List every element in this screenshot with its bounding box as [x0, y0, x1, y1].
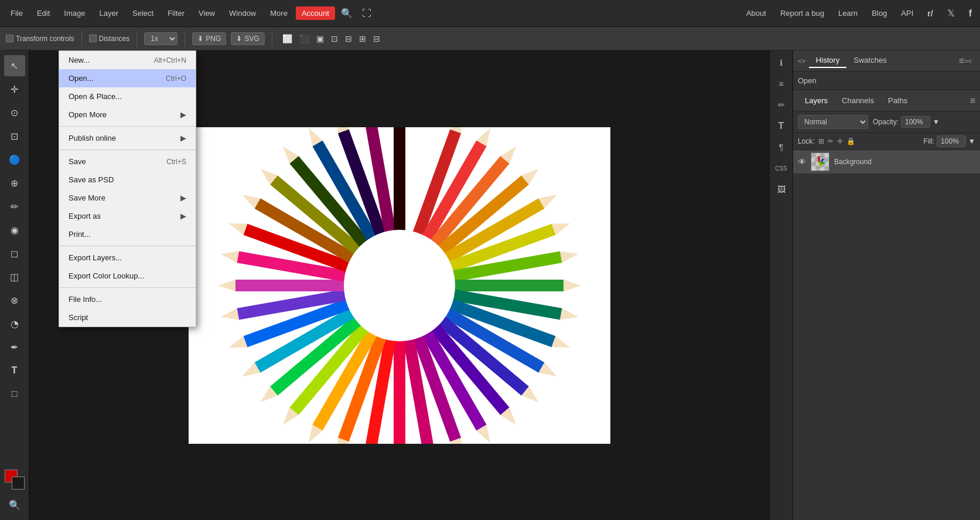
color-swatches[interactable] [5, 470, 25, 490]
menu-item-open[interactable]: Open... Ctrl+O [59, 69, 196, 87]
tool-brush[interactable]: ✏ [4, 196, 25, 217]
distribute-icon[interactable]: ⊟ [370, 32, 383, 45]
search-icon[interactable]: 🔍 [337, 5, 356, 21]
layers-panel-menu-icon[interactable]: ≡ [970, 96, 975, 106]
menu-item-script-label: Script [69, 313, 88, 322]
menu-blog[interactable]: Blog [868, 6, 890, 20]
tool-move[interactable]: ✛ [4, 79, 25, 100]
menu-item-export-color-lookup[interactable]: Export Color Lookup... [59, 267, 196, 285]
tool-zoom[interactable]: 🔍 [4, 494, 25, 515]
tool-gradient[interactable]: ◫ [4, 266, 25, 287]
tool-blur[interactable]: ⊗ [4, 290, 25, 311]
align-center-h-icon[interactable]: ⊟ [342, 32, 355, 45]
fill-input[interactable] [937, 135, 966, 147]
svg-export-btn[interactable]: ⬇ SVG [231, 32, 264, 45]
fullscreen-icon[interactable]: ⛶ [358, 6, 375, 21]
lock-pixels-icon[interactable]: ⊞ [818, 137, 824, 145]
paths-tab[interactable]: Paths [881, 94, 914, 107]
facebook-icon[interactable]: f [965, 6, 975, 21]
tool-clone[interactable]: ◉ [4, 219, 25, 240]
background-color[interactable] [12, 477, 25, 490]
menu-item-new[interactable]: New... Alt+Ctrl+N [59, 51, 196, 69]
menu-filter[interactable]: Filter [162, 6, 190, 20]
left-sidebar: ↖ ✛ ⊙ ⊡ 🔵 ⊕ ✏ ◉ ◻ ◫ ⊗ ◔ ✒ T □ 🔍 [0, 50, 29, 520]
menu-file[interactable]: File [5, 6, 29, 20]
tool-eraser[interactable]: ◻ [4, 243, 25, 264]
menu-select[interactable]: Select [127, 6, 159, 20]
tool-shape[interactable]: □ [4, 383, 25, 405]
lock-paint-icon[interactable]: ✏ [828, 137, 834, 145]
toolbar-separator-4 [272, 31, 272, 46]
brush-panel-icon[interactable]: ✏ [773, 96, 790, 114]
menu-item-save-psd[interactable]: Save as PSD [59, 171, 196, 189]
history-panel-collapse-btn[interactable]: <> [798, 57, 805, 64]
menu-item-save[interactable]: Save Ctrl+S [59, 152, 196, 171]
tool-healing[interactable]: ⊕ [4, 172, 25, 193]
menu-more[interactable]: More [264, 6, 293, 20]
zoom-select[interactable]: 1x 2x 0.5x [144, 32, 177, 45]
paragraph-panel-icon[interactable]: ¶ [773, 138, 790, 156]
channels-tab[interactable]: Channels [835, 94, 881, 107]
layers-panel-header: Layers Channels Paths ≡ [793, 90, 980, 111]
info-panel-icon[interactable]: ℹ [773, 54, 790, 72]
align-left-icon[interactable]: ⬜ [279, 32, 295, 45]
menu-layer[interactable]: Layer [94, 6, 125, 20]
lock-move-icon[interactable]: ✛ [837, 137, 843, 145]
text-panel-icon[interactable]: T [773, 117, 790, 135]
menu-item-save-more[interactable]: Save More ▶ [59, 189, 196, 207]
tool-pen[interactable]: ✒ [4, 337, 25, 358]
tool-dodge[interactable]: ◔ [4, 313, 25, 334]
layers-tab[interactable]: Layers [798, 94, 835, 107]
menu-account[interactable]: Account [296, 6, 335, 20]
tool-text[interactable]: T [4, 360, 25, 381]
image-panel-icon[interactable]: 🖼 [773, 181, 790, 198]
menu-api[interactable]: API [897, 6, 917, 20]
align-top-icon[interactable]: ⊡ [328, 32, 341, 45]
menu-item-open-place[interactable]: Open & Place... [59, 87, 196, 106]
swatches-tab[interactable]: Swatches [846, 53, 893, 68]
layer-thumbnail [811, 152, 829, 171]
align-center-v-icon[interactable]: ⬛ [296, 32, 312, 45]
opacity-input[interactable] [901, 116, 930, 128]
canvas-area[interactable]: New... Alt+Ctrl+N Open... Ctrl+O Open & … [29, 50, 769, 520]
tool-eyedropper[interactable]: 🔵 [4, 149, 25, 170]
properties-panel-icon[interactable]: ≡ [773, 75, 790, 93]
transform-controls-checkbox[interactable] [6, 35, 13, 42]
menu-item-print[interactable]: Print... [59, 225, 196, 243]
menu-about[interactable]: About [743, 6, 770, 20]
tool-lasso[interactable]: ⊙ [4, 102, 25, 123]
png-export-btn[interactable]: ⬇ PNG [192, 32, 226, 45]
history-panel-expand-btn[interactable]: >< [964, 57, 972, 64]
menu-item-open-more[interactable]: Open More ▶ [59, 106, 196, 124]
menu-view[interactable]: View [193, 6, 221, 20]
menu-report-bug[interactable]: Report a bug [777, 6, 828, 20]
twitter-icon[interactable]: 𝕏 [944, 5, 958, 21]
history-tab[interactable]: History [809, 53, 846, 68]
history-panel-menu-icon[interactable]: ≡ [959, 56, 964, 66]
menu-item-file-info[interactable]: File Info... [59, 290, 196, 308]
menu-image[interactable]: Image [58, 6, 91, 20]
align-bottom-icon[interactable]: ⊞ [356, 32, 369, 45]
menu-item-publish-online[interactable]: Publish online ▶ [59, 129, 196, 147]
layer-visibility-icon[interactable]: 👁 [798, 157, 806, 166]
sidebar-bottom: 🔍 [4, 470, 25, 515]
menu-learn[interactable]: Learn [835, 6, 861, 20]
menu-item-export-layers[interactable]: Export Layers... [59, 249, 196, 267]
menu-edit[interactable]: Edit [31, 6, 56, 20]
transform-controls-checkbox-item[interactable]: Transform controls [6, 35, 74, 43]
blend-mode-select[interactable]: Normal Multiply Screen Overlay [798, 115, 868, 129]
tool-select[interactable]: ↖ [4, 55, 25, 76]
lock-all-icon[interactable]: 🔒 [846, 137, 855, 145]
fill-dropdown-arrow[interactable]: ▼ [968, 137, 975, 145]
align-right-icon[interactable]: ▣ [313, 32, 327, 45]
menu-item-script[interactable]: Script [59, 308, 196, 327]
opacity-dropdown-arrow[interactable]: ▼ [933, 118, 940, 126]
layer-item-background[interactable]: 👁 [793, 150, 980, 174]
distances-checkbox-item[interactable]: Distances [89, 35, 130, 43]
distances-checkbox[interactable] [89, 35, 97, 42]
menu-item-export-as[interactable]: Export as ▶ [59, 207, 196, 225]
css-panel-icon[interactable]: CSS [773, 159, 790, 177]
reddit-icon[interactable]: r/ [924, 6, 936, 21]
tool-crop[interactable]: ⊡ [4, 125, 25, 147]
menu-window[interactable]: Window [223, 6, 262, 20]
